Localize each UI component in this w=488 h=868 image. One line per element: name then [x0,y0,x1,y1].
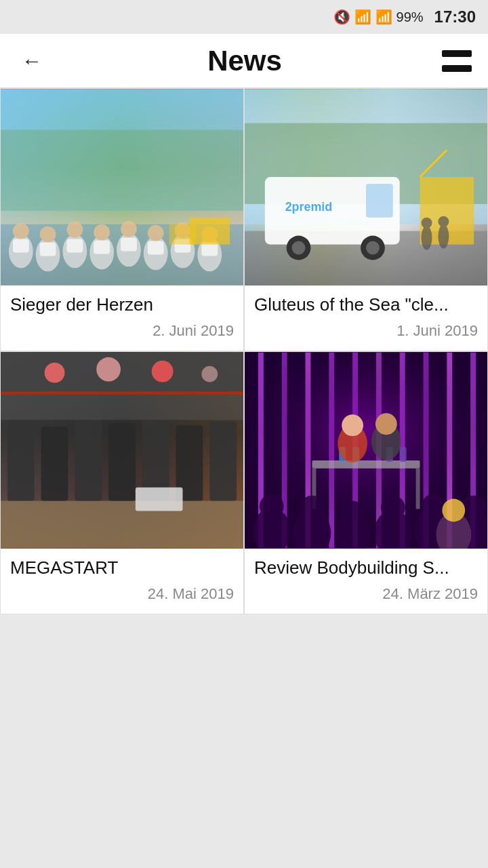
svg-rect-2 [1,130,243,210]
svg-point-42 [422,218,432,229]
svg-point-13 [66,222,83,238]
svg-rect-54 [108,423,136,500]
card-title-4: Review Bodybuilding S... [254,557,478,580]
svg-point-16 [148,225,164,241]
svg-point-11 [13,223,29,239]
news-card-2[interactable]: 2premid Gluteus of the Sea "cle... 1. Ju… [244,88,488,351]
svg-rect-59 [1,391,243,394]
page-title: News [47,45,442,77]
menu-bar-bottom [442,65,472,72]
svg-rect-50 [1,500,243,548]
svg-point-97 [442,498,465,521]
svg-rect-24 [148,241,164,255]
svg-text:2premid: 2premid [285,200,333,214]
clock: 17:30 [434,7,476,26]
svg-point-89 [342,500,363,522]
svg-rect-60 [136,487,183,511]
svg-point-95 [462,495,486,519]
card-date-4: 24. März 2019 [254,585,478,603]
card-date-3: 24. Mai 2019 [10,585,234,603]
card-image-2: 2premid [245,89,487,285]
svg-point-81 [342,414,363,436]
svg-point-46 [45,363,65,383]
svg-point-35 [292,241,306,255]
svg-point-49 [201,366,218,382]
svg-point-83 [375,413,397,435]
svg-point-87 [300,495,325,519]
card-content-4: Review Bodybuilding S... 24. März 2019 [245,549,487,614]
news-card-4[interactable]: Review Bodybuilding S... 24. März 2019 [244,351,488,614]
card-title-3: MEGASTART [10,557,234,580]
svg-rect-20 [40,243,56,256]
menu-button[interactable] [442,50,472,72]
svg-point-93 [422,494,446,518]
news-grid: Sieger der Herzen 2. Juni 2019 [0,88,488,614]
svg-point-44 [438,216,449,227]
svg-rect-58 [1,393,243,420]
svg-point-48 [152,361,174,382]
card-image-3 [1,352,243,549]
news-card-3[interactable]: MEGASTART 24. Mai 2019 [0,351,244,614]
battery-text: 99% [396,9,424,25]
card-image-1 [1,89,243,285]
svg-point-37 [366,241,380,255]
svg-point-14 [94,224,110,241]
back-button[interactable]: ← [16,44,47,78]
svg-rect-19 [13,239,29,253]
svg-rect-53 [75,416,102,500]
svg-point-15 [121,221,137,237]
svg-point-41 [422,226,432,250]
card-image-4 [245,352,487,549]
back-icon: ← [22,50,42,73]
card-content-2: Gluteus of the Sea "cle... 1. Juni 2019 [245,285,487,351]
wifi-icon: 📶 [354,9,371,25]
svg-rect-23 [121,238,137,252]
svg-rect-51 [7,420,35,500]
svg-point-85 [260,494,284,518]
svg-rect-52 [41,427,68,500]
svg-rect-75 [416,469,420,509]
status-icons: 🔇 📶 📶 99% [333,9,424,25]
bottom-area [0,614,488,804]
svg-point-12 [40,226,56,243]
card-date-1: 2. Juni 2019 [10,322,234,340]
svg-rect-79 [400,447,407,462]
svg-rect-33 [366,184,393,218]
signal-icon: 📶 [375,9,392,25]
top-bar: ← News [0,34,488,88]
svg-rect-57 [209,421,237,500]
card-title-1: Sieger der Herzen [10,294,234,317]
card-date-2: 1. Juni 2019 [254,322,478,340]
svg-point-91 [381,495,405,519]
card-content-3: MEGASTART 24. Mai 2019 [1,549,243,614]
svg-rect-22 [94,241,110,254]
svg-rect-21 [66,239,83,253]
svg-rect-28 [169,224,197,245]
menu-bar-top [442,50,472,57]
svg-point-47 [96,357,121,382]
news-card-1[interactable]: Sieger der Herzen 2. Juni 2019 [0,88,244,351]
svg-point-43 [438,224,449,249]
status-bar: 🔇 📶 📶 99% 17:30 [0,0,488,34]
mute-icon: 🔇 [333,9,350,25]
card-content-1: Sieger der Herzen 2. Juni 2019 [1,285,243,351]
card-title-2: Gluteus of the Sea "cle... [254,294,478,317]
